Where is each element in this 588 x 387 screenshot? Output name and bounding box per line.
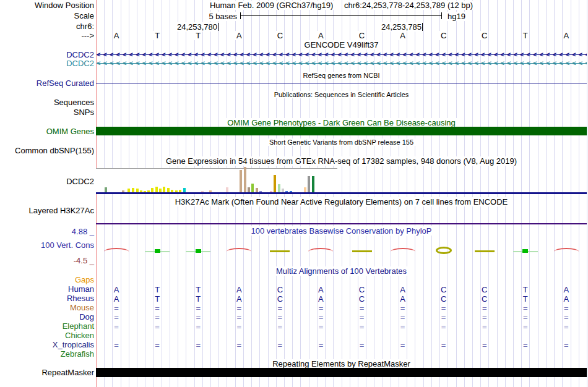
gtex-expression-bar [163,187,165,192]
multiz-alignment-row[interactable]: ============ [96,341,587,350]
refseq-track-title: RefSeq genes from NCBI [96,71,587,80]
multiz-alignment-cell: = [137,341,178,350]
phylop-mark-red-arc [227,248,251,255]
multiz-alignment-row[interactable]: ATTACACACCTA [96,285,587,294]
multiz-alignment-cell: C [259,294,300,304]
multiz-species-label: Human [68,285,94,294]
multiz-alignment-cell: = [137,313,178,322]
gencode-gene-row[interactable]: <<<<<<<<<<<<<<<<<<<<<<<<<<<<<<<<<<<<<<<<… [97,51,587,59]
base-letter: C [423,31,464,40]
multiz-species-label: Mouse [70,304,94,312]
gencode-gene-row[interactable]: <<<<<<<<<<<<<<<<<<<<<<<<<<<<<<<<<<<<<<<<… [97,59,587,67]
multiz-alignment-cell: = [423,304,464,313]
multiz-alignment-cell: = [546,304,587,313]
multiz-species-label: Zebrafish [61,350,94,359]
multiz-alignment-cell: = [423,341,464,350]
multiz-alignment-row[interactable]: ============ [96,304,587,313]
multiz-species-label: Dog [79,313,94,321]
strand-direction-label: ---> [81,32,94,40]
h3k27ac-track-line[interactable] [96,223,587,224]
multiz-alignment-cell: A [218,294,259,304]
multiz-alignment-cell: = [96,341,137,350]
multiz-alignment-cell: = [259,322,300,331]
gtex-expression-bar [312,176,314,192]
omim-gene-bar[interactable] [96,127,587,135]
multiz-alignment-cell: C [341,285,382,294]
multiz-alignment-cell: = [218,341,259,350]
multiz-alignment-cell: = [137,304,178,313]
gtex-expression-bar [167,188,170,192]
repeatmasker-label: RepeatMasker [41,368,94,377]
gtex-track-title: Gene Expression in 54 tissues from GTEx … [96,157,587,166]
multiz-alignment-cell: = [300,322,341,331]
multiz-alignment-cell: = [423,322,464,331]
multiz-alignment-cell: T [137,294,178,304]
multiz-alignment-row[interactable]: ============ [96,322,587,331]
gencode-gene-label: DCDC2 [66,59,94,68]
phylop-mark-olive-line [475,250,495,252]
chrom-label: chr6: [76,22,94,31]
refseq-gene-line[interactable] [96,83,587,83]
multiz-alignment-cell: A [218,285,259,294]
scale-bar [240,15,441,16]
base-letter: T [178,31,218,40]
sequences-label: Sequences [54,98,94,107]
window-position-label: Window Position [35,1,94,10]
multiz-alignment-cell: = [423,313,464,322]
multiz-alignment-cell: = [300,304,341,313]
multiz-alignment-cell: = [341,313,382,322]
common-dbsnp-label: Common dbSNP(155) [15,147,94,155]
gtex-expression-bar [226,187,228,192]
phylop-mark-olive-line [270,250,290,252]
gencode-track-title: GENCODE V49lift37 [96,41,587,49]
base-letter: C [341,31,382,40]
multiz-alignment-cell: C [423,285,464,294]
multiz-alignment-cell: = [218,322,259,331]
multiz-alignment-cell: = [96,304,137,313]
multiz-species-label: Elephant [63,322,94,331]
gtex-expression-bar [132,188,134,192]
coord-right-tick [422,23,423,31]
multiz-alignment-cell: = [383,304,423,313]
multiz-alignment-row[interactable]: ATTACACACCTA [96,294,587,304]
base-sequence-row[interactable]: ATTACACACCTA [96,31,587,40]
multiz-track-title: Multiz Alignments of 100 Vertebrates [96,267,587,276]
gtex-expression-bar [274,175,276,192]
phylop-mark-olive-ellipse [436,247,452,254]
base-letter: C [464,31,505,40]
multiz-alignment-cell: T [178,285,218,294]
multiz-alignment-cell: T [505,294,546,304]
multiz-alignment-cell: = [383,313,423,322]
multiz-alignment-cell: = [218,313,259,322]
multiz-alignment-cell: = [505,322,546,331]
base-letter: A [383,31,423,40]
multiz-alignment-cell: A [546,285,587,294]
multiz-alignment-cell: T [137,285,178,294]
dbsnp-track-title: Short Genetic Variants from dbSNP releas… [96,138,587,147]
gtex-expression-bar [155,187,158,192]
coord-left-tick [218,23,218,31]
multiz-alignment-cell: C [341,294,382,304]
multiz-species-label: Chicken [65,331,94,340]
coord-left: 24,253,780 [177,22,217,32]
repeatmasker-bar[interactable] [96,368,587,377]
multiz-alignment-cell: = [546,313,587,322]
gtex-expression-bar [248,187,250,192]
multiz-alignment-cell: = [383,322,423,331]
multiz-alignment-cell: A [300,285,341,294]
multiz-alignment-cell: = [300,313,341,322]
grid-line [587,0,587,387]
gtex-expression-bar [151,188,153,192]
multiz-alignment-cell: = [505,304,546,313]
phylop-track-label: 100 Vert. Cons [41,241,94,250]
gtex-expression-bar [256,188,258,192]
gtex-expression-bar [308,176,310,192]
strand-arrow-glyphs: <<<<<<<<<<<<<<<<<<<<<<<<<<<<<<<<<<<<<<<<… [97,59,587,67]
h3k27ac-track-title: H3K27Ac Mark (Often Found Near Active Re… [96,198,587,206]
multiz-alignment-cell: = [178,304,218,313]
phylop-track-title: 100 vertebrates Basewise Conservation by… [96,227,587,236]
multiz-alignment-row[interactable]: ============ [96,313,587,322]
strand-arrow-glyphs: <<<<<<<<<<<<<<<<<<<<<<<<<<<<<<<<<<<<<<<<… [97,51,587,59]
publications-track-title: Publications: Sequences in Scientific Ar… [96,90,587,99]
multiz-alignment-cell: A [546,294,587,304]
